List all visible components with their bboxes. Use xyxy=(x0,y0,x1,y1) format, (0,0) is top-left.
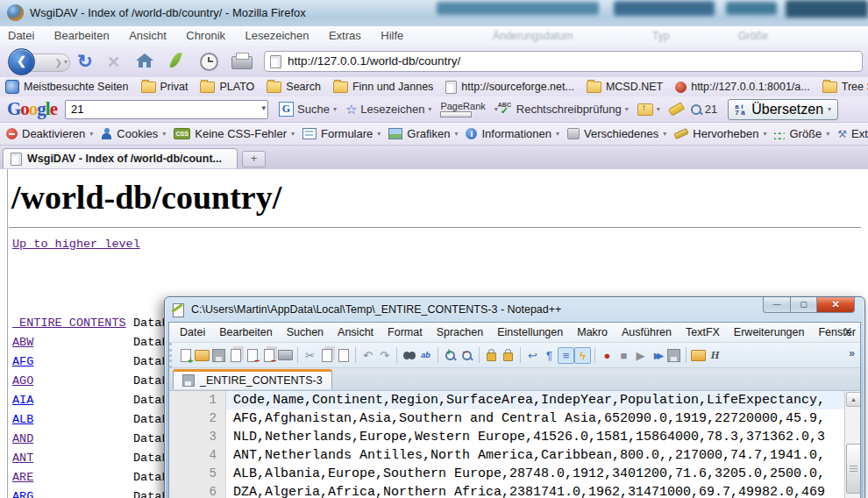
devtool-css[interactable]: CSSKeine CSS-Fehler▾ xyxy=(174,127,295,140)
close-file-icon[interactable] xyxy=(244,347,260,364)
open-in-browser-icon[interactable] xyxy=(690,347,707,364)
google-search-input[interactable] xyxy=(69,102,244,117)
google-bookmarks-button[interactable]: ☆Lesezeichen▾ xyxy=(345,102,431,117)
npp-menu-format[interactable]: Format xyxy=(381,326,430,338)
npp-menu-sprachen[interactable]: Sprachen xyxy=(430,326,491,338)
bookmark-sourceforge[interactable]: http://sourceforge.net... xyxy=(445,81,574,94)
devtool-forms[interactable]: Formulare▾ xyxy=(302,127,381,140)
html-preview-icon[interactable]: H xyxy=(707,347,723,364)
code-text[interactable]: ANT,Netherlands Antilles,North America,C… xyxy=(226,446,845,465)
replace-icon[interactable]: ab xyxy=(417,347,434,364)
sync-vertical-icon[interactable] xyxy=(483,347,500,364)
minimize-button[interactable]: — xyxy=(763,297,791,313)
zoom-out-icon[interactable] xyxy=(459,347,475,364)
bookmark-localhost-8001[interactable]: http://127.0.0.1:8001/a... xyxy=(675,81,810,93)
save-all-icon[interactable] xyxy=(227,347,244,364)
entry-link[interactable]: ARG xyxy=(12,490,33,498)
entry-link[interactable]: ALB xyxy=(12,413,33,426)
entry-link[interactable]: AIA xyxy=(12,394,33,407)
close-all-icon[interactable] xyxy=(260,347,277,364)
npp-menu-erweiterungen[interactable]: Erweiterungen xyxy=(727,326,812,338)
indent-guide-icon[interactable]: ≡ xyxy=(558,347,574,364)
scrollbar-thumb[interactable] xyxy=(846,444,860,494)
npp-menu-makro[interactable]: Makro xyxy=(570,326,615,338)
npp-menu-einstellungen[interactable]: Einstellungen xyxy=(490,326,570,338)
home-icon[interactable] xyxy=(136,53,153,72)
macro-play-icon[interactable]: ▶ xyxy=(632,347,649,364)
scroll-up-icon[interactable]: ▲ xyxy=(846,392,860,407)
history-clock-icon[interactable] xyxy=(200,53,218,71)
save-icon[interactable] xyxy=(210,347,227,364)
menu-hilfe[interactable]: Hilfe xyxy=(373,26,411,42)
url-bar[interactable]: http://127.0.0.1/world-db/country/ xyxy=(264,51,863,72)
url-text[interactable]: http://127.0.0.1/world-db/country/ xyxy=(288,54,460,68)
history-dropdown-icon[interactable]: ▾ xyxy=(64,58,68,66)
menu-datei[interactable]: Datei xyxy=(0,26,42,42)
devtool-tools[interactable]: ⚒Extras▾ xyxy=(837,127,868,140)
close-button[interactable]: ✕ xyxy=(816,297,855,313)
menu-extras[interactable]: Extras xyxy=(321,26,369,42)
notepadpp-editor[interactable]: 1Code,Name,Continent,Region,SurfaceArea,… xyxy=(169,391,860,498)
find-icon[interactable] xyxy=(401,347,417,364)
tab-wsgidav[interactable]: WsgiDAV - Index of /world-db/count... xyxy=(3,148,238,168)
send-to-button[interactable]: ▾ xyxy=(637,103,660,116)
entry-link[interactable]: ENTIRE CONTENTS xyxy=(12,317,126,330)
stop-icon[interactable]: ✕ xyxy=(107,53,120,72)
macro-stop-icon[interactable]: ■ xyxy=(615,347,632,364)
undo-icon[interactable]: ↶ xyxy=(359,347,376,364)
npp-menu-ansicht[interactable]: Ansicht xyxy=(331,326,381,338)
menu-chronik[interactable]: Chronik xyxy=(178,26,233,42)
notepadpp-titlebar[interactable]: C:\Users\Martin\AppData\Local\Temp\_ENTI… xyxy=(165,297,864,322)
print-icon[interactable] xyxy=(231,56,253,69)
toolbar-overflow-icon[interactable]: » xyxy=(849,347,855,359)
entry-link[interactable]: AND xyxy=(12,432,33,445)
npp-tab-entire-contents[interactable]: _ENTIRE_CONTENTS-3 xyxy=(173,369,332,389)
code-text[interactable]: DZA,Algeria,Africa,Northern Africa,23817… xyxy=(226,483,845,498)
code-text[interactable]: NLD,Netherlands,Europe,Western Europe,41… xyxy=(226,428,845,446)
devtool-resize[interactable]: Größe▾ xyxy=(774,127,829,140)
print-icon[interactable] xyxy=(277,347,294,364)
entry-link[interactable]: ARE xyxy=(12,471,33,484)
bookmark-folder-search[interactable]: Search xyxy=(267,81,321,93)
devtool-cookies[interactable]: Cookies▾ xyxy=(101,127,166,140)
zoom-in-icon[interactable] xyxy=(442,347,459,364)
up-to-higher-level-link[interactable]: Up to higher level xyxy=(12,238,140,251)
show-all-characters-icon[interactable]: ¶ xyxy=(541,347,558,364)
npp-menu-bearbeiten[interactable]: Bearbeiten xyxy=(212,326,279,338)
macro-run-multiple-icon[interactable]: ▶▶ xyxy=(649,347,665,364)
spellcheck-button[interactable]: Rechtschreibprüfung▾ xyxy=(498,103,629,116)
bookmark-most-visited[interactable]: Meistbesuchte Seiten xyxy=(5,80,129,94)
bookmark-folder-mcsd[interactable]: MCSD.NET xyxy=(587,81,663,93)
devtool-outline[interactable]: Hervorheben▾ xyxy=(674,127,766,140)
npp-menu-suchen[interactable]: Suchen xyxy=(280,326,331,338)
entry-link[interactable]: AFG xyxy=(12,355,33,368)
entry-link[interactable]: ABW xyxy=(12,336,33,349)
new-file-icon[interactable] xyxy=(177,347,194,364)
bookmark-folder-privat[interactable]: Privat xyxy=(141,81,189,93)
macro-record-icon[interactable]: ● xyxy=(599,347,615,364)
npp-menu-datei[interactable]: Datei xyxy=(173,326,212,338)
new-tab-button[interactable]: + xyxy=(242,151,266,167)
translate-button[interactable]: aí7ä Übersetzen ▾ xyxy=(728,99,838,120)
copy-icon[interactable] xyxy=(318,347,335,364)
code-text[interactable]: Code,Name,Continent,Region,SurfaceArea,I… xyxy=(226,391,845,409)
bookmark-folder-tree-samples[interactable]: Tree Samples xyxy=(822,81,868,93)
npp-menu-textfx[interactable]: TextFX xyxy=(679,326,727,338)
bookmark-folder-finn-und-jannes[interactable]: Finn und Jannes xyxy=(333,81,433,93)
bookmark-folder-plato[interactable]: PLATO xyxy=(200,81,254,93)
function-completion-icon[interactable]: ϟ xyxy=(574,347,591,364)
menu-ansicht[interactable]: Ansicht xyxy=(121,26,174,42)
vertical-scrollbar[interactable]: ▲ xyxy=(844,391,860,498)
sync-horizontal-icon[interactable] xyxy=(500,347,516,364)
npp-menu-fenster[interactable]: Fenster xyxy=(811,326,862,338)
code-area[interactable]: 1Code,Name,Continent,Region,SurfaceArea,… xyxy=(169,391,845,498)
redo-icon[interactable]: ↷ xyxy=(376,347,393,364)
open-file-icon[interactable] xyxy=(194,347,210,364)
devtool-images[interactable]: Grafiken▾ xyxy=(388,127,458,140)
devtool-disable[interactable]: Deaktivieren▾ xyxy=(6,127,93,140)
paste-icon[interactable] xyxy=(335,347,352,364)
menu-bearbeiten[interactable]: Bearbeiten xyxy=(46,26,117,42)
menu-lesezeichen[interactable]: Lesezeichen xyxy=(238,26,317,42)
npp-menu-help[interactable]: ? xyxy=(863,326,868,338)
back-button[interactable]: ❮ xyxy=(8,48,35,75)
